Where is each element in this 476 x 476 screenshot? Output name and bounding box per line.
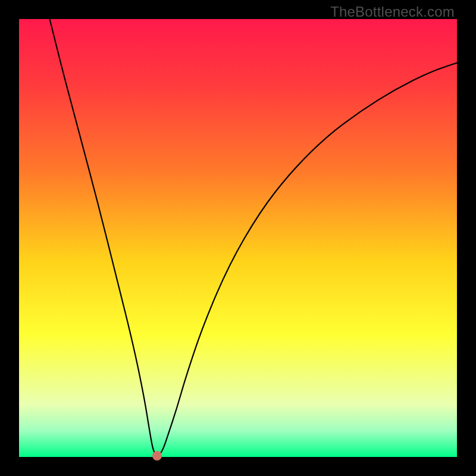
chart-frame: TheBottleneck.com: [0, 0, 476, 476]
watermark-text: TheBottleneck.com: [330, 4, 455, 20]
curve-layer: [19, 19, 457, 457]
plot-area: [19, 19, 457, 457]
optimum-marker: [152, 451, 162, 461]
bottleneck-curve: [50, 19, 457, 456]
